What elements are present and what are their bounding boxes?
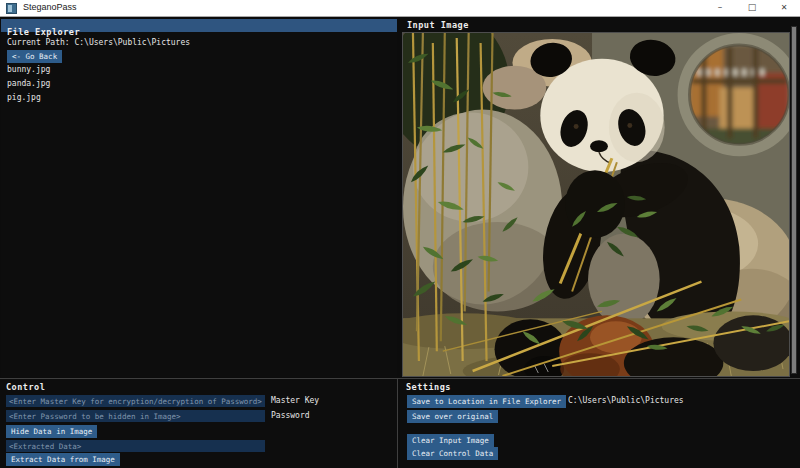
- master-key-label: Master Key: [271, 396, 319, 405]
- file-item-bunny[interactable]: bunny.jpg: [7, 65, 50, 74]
- file-item-panda[interactable]: panda.jpg: [7, 79, 50, 88]
- close-icon[interactable]: ✕: [768, 0, 800, 16]
- control-title: Control: [6, 382, 45, 392]
- vertical-divider: [397, 378, 398, 468]
- save-over-original-button[interactable]: Save over original: [407, 410, 498, 423]
- image-scrollbar[interactable]: [791, 26, 797, 374]
- maximize-icon[interactable]: □: [736, 0, 768, 16]
- current-path-label: Current Path:: [7, 38, 74, 47]
- password-input[interactable]: [6, 410, 265, 422]
- input-image-panel: Input Image: [400, 17, 800, 378]
- control-panel: Control Master Key Password Hide Data in…: [0, 379, 397, 468]
- panda-photo: [403, 33, 789, 376]
- file-item-pig[interactable]: pig.jpg: [7, 93, 41, 102]
- password-label: Password: [271, 411, 310, 420]
- hide-data-button[interactable]: Hide Data in Image: [6, 425, 97, 438]
- settings-title: Settings: [406, 382, 451, 392]
- save-to-location-button[interactable]: Save to Location in File Explorer: [407, 395, 566, 408]
- settings-panel: Settings Save to Location in File Explor…: [400, 379, 800, 468]
- extracted-data-field[interactable]: [6, 440, 265, 452]
- current-path-value: C:\Users\Public\Pictures: [74, 38, 190, 47]
- input-image-title: Input Image: [407, 20, 469, 30]
- file-explorer-header: File Explorer: [1, 19, 397, 32]
- clear-input-image-button[interactable]: Clear Input Image: [407, 434, 494, 447]
- input-image-canvas: [402, 32, 790, 377]
- current-path: Current Path: C:\Users\Public\Pictures: [7, 38, 190, 47]
- window-title: SteganoPass: [23, 2, 77, 12]
- save-location-path: C:\Users\Public\Pictures: [568, 396, 684, 405]
- file-explorer-panel: File Explorer Current Path: C:\Users\Pub…: [1, 19, 397, 377]
- app-icon: [6, 3, 17, 14]
- file-explorer-title: File Explorer: [7, 27, 80, 37]
- minimize-icon[interactable]: –: [704, 0, 736, 16]
- master-key-input[interactable]: [6, 395, 265, 407]
- go-back-button[interactable]: <- Go Back: [7, 50, 62, 63]
- extract-data-button[interactable]: Extract Data from Image: [6, 453, 120, 466]
- clear-control-data-button[interactable]: Clear Control Data: [407, 447, 498, 460]
- title-bar: SteganoPass – □ ✕: [0, 0, 800, 17]
